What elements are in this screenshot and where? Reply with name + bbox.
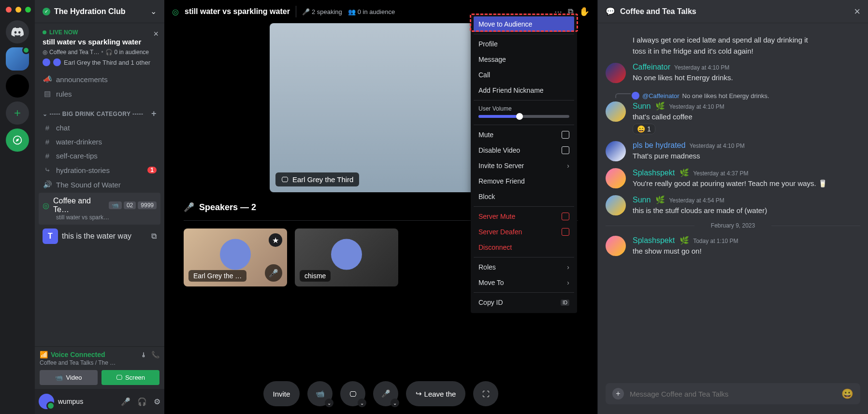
live-stage-banner[interactable]: LIVE NOW × still water vs sparkling wate… (35, 23, 164, 72)
user-volume-label: User Volume (474, 102, 574, 113)
menu-roles[interactable]: Roles› (474, 259, 574, 275)
verified-icon: ✓ (43, 8, 50, 15)
channel-coffee-tea-talks-active[interactable]: ◎Coffee and Te… 📹029999 still water vs s… (39, 193, 160, 225)
explore-servers-button[interactable] (6, 128, 29, 152)
mute-mic-icon[interactable]: 🎤 (121, 397, 130, 406)
message-author[interactable]: Splashspekt (633, 169, 675, 177)
menu-move-to-audience[interactable]: Move to Audience (474, 16, 574, 32)
reply-preview: No one likes hot Energy drinks. (682, 92, 769, 100)
maximize-window-icon[interactable] (25, 7, 31, 13)
chat-message: Sunn🌿Yesterday at 4:54 PM this is the st… (606, 195, 860, 215)
mic-muted-icon[interactable]: 🎤 (265, 264, 282, 282)
menu-server-deafen[interactable]: Server Deafen (474, 224, 574, 240)
server-hydration-club[interactable] (6, 47, 29, 71)
add-channel-icon[interactable]: + (151, 109, 157, 119)
reply-reference[interactable]: @CaffeinatorNo one likes hot Energy drin… (606, 92, 860, 100)
channel-list: 📣announcements ▤rules ⌄----- BIG DRINK C… (35, 72, 164, 346)
screen-share-button[interactable]: 🖵Screen (101, 370, 159, 385)
menu-message[interactable]: Message (474, 52, 574, 67)
deafen-icon[interactable]: 🎧 (137, 397, 147, 406)
channel-water-drinkers[interactable]: #water-drinkers (39, 135, 160, 149)
chevron-down-icon[interactable]: ⌄ (391, 399, 399, 407)
message-timestamp: Yesterday at 4:10 PM (669, 103, 724, 110)
menu-label: Message (478, 56, 506, 63)
channel-hydration-stories[interactable]: ⤷hydration-stories1 (39, 163, 160, 177)
message-author[interactable]: Sunn (633, 196, 651, 204)
channel-water-way[interactable]: T this is the water way ⧉ (39, 226, 160, 247)
mic-toggle-button[interactable]: 🎤⌄ (373, 381, 398, 406)
speaker-card[interactable]: chisme (295, 228, 398, 286)
avatar (43, 58, 50, 66)
avatar[interactable] (606, 195, 626, 215)
message-author[interactable]: pls be hydrated (633, 141, 685, 150)
menu-server-mute[interactable]: Server Mute (474, 209, 574, 224)
avatar[interactable] (606, 141, 626, 161)
chevron-down-icon: ⌄ (43, 111, 48, 117)
video-button[interactable]: 📹Video (40, 370, 98, 385)
menu-remove-friend[interactable]: Remove Friend (474, 173, 574, 189)
avatar[interactable] (606, 101, 626, 122)
menu-call[interactable]: Call (474, 67, 574, 83)
hash-icon: # (43, 124, 52, 132)
discord-home-button[interactable] (6, 20, 29, 43)
user-volume-slider[interactable] (474, 113, 574, 123)
noise-suppression-icon[interactable]: ⫰ (142, 351, 145, 358)
invite-button[interactable]: Invite (263, 381, 300, 406)
message-text: That's pure madness (633, 151, 860, 161)
menu-invite-to-server[interactable]: Invite to Server› (474, 158, 574, 173)
menu-disable-video[interactable]: Disable Video (474, 143, 574, 158)
close-icon[interactable]: × (854, 5, 860, 18)
menu-block[interactable]: Block (474, 189, 574, 204)
menu-mute[interactable]: Mute (474, 127, 574, 143)
message-author[interactable]: Caffeinator (633, 63, 670, 71)
channel-chat[interactable]: #chat (39, 121, 160, 135)
message-author[interactable]: Sunn (633, 102, 651, 111)
menu-disconnect[interactable]: Disconnect (474, 240, 574, 255)
channel-label: Coffee and Te… (53, 197, 105, 214)
raise-hand-icon[interactable]: ✋ (579, 6, 590, 17)
chevron-down-icon[interactable]: ⌄ (358, 399, 366, 407)
chevron-down-icon[interactable]: ⌄ (325, 399, 333, 407)
avatar[interactable] (606, 168, 626, 188)
avatar[interactable] (606, 63, 626, 83)
close-icon[interactable]: × (153, 29, 159, 39)
fullscreen-button[interactable]: ⛶ (473, 381, 498, 406)
chat-messages[interactable]: I always get one iced latte and spend al… (598, 23, 868, 383)
attach-button[interactable]: + (612, 388, 624, 400)
menu-add-nickname[interactable]: Add Friend Nickname (474, 83, 574, 98)
add-server-button[interactable]: + (6, 101, 29, 125)
message-author[interactable]: Splashspekt (633, 236, 675, 245)
leave-stage-button[interactable]: ↪ Leave the (406, 381, 465, 406)
camera-toggle-button[interactable]: 📹⌄ (307, 381, 333, 406)
user-panel: wumpus 🎤 🎧 ⚙ (35, 389, 164, 414)
message-input[interactable] (630, 390, 836, 398)
channel-announcements[interactable]: 📣announcements (39, 72, 160, 86)
speaker-card[interactable]: ★ Earl Grey the … 🎤 (184, 228, 287, 286)
channel-sound-of-water[interactable]: 🔊The Sound of Water (39, 177, 160, 192)
channel-self-care-tips[interactable]: #self-care-tips (39, 149, 160, 163)
avatar[interactable] (606, 236, 626, 256)
live-dot-icon (43, 30, 46, 34)
button-label: Leave the (424, 390, 456, 398)
close-window-icon[interactable] (6, 7, 12, 13)
menu-label: Invite to Server (478, 162, 524, 170)
category-header[interactable]: ⌄----- BIG DRINK CATEGORY -----+ (39, 101, 160, 121)
menu-profile[interactable]: Profile (474, 36, 574, 52)
server-other[interactable] (6, 74, 29, 98)
reaction-emoji: 😄 (637, 125, 645, 133)
disconnect-icon[interactable]: 📞 (151, 351, 159, 358)
menu-copy-id[interactable]: Copy IDID (474, 295, 574, 310)
avatar[interactable] (39, 394, 54, 409)
emoji-picker-icon[interactable]: 😀 (841, 388, 854, 400)
menu-move-to[interactable]: Move To› (474, 275, 574, 290)
speaker-name: chisme (300, 270, 331, 282)
server-header[interactable]: ✓ The Hydration Club ⌄ (35, 0, 164, 23)
audience-count: 0 in audience (358, 8, 395, 15)
main-video-tile[interactable]: 🖵 Earl Grey the Third (270, 23, 492, 192)
settings-gear-icon[interactable]: ⚙ (154, 397, 160, 406)
reaction-button[interactable]: 😄1 (633, 124, 655, 134)
screen-share-off-icon[interactable]: ⧉ (151, 232, 157, 241)
channel-rules[interactable]: ▤rules (39, 86, 160, 101)
screen-share-toggle-button[interactable]: 🖵⌄ (340, 381, 365, 406)
minimize-window-icon[interactable] (15, 7, 21, 13)
